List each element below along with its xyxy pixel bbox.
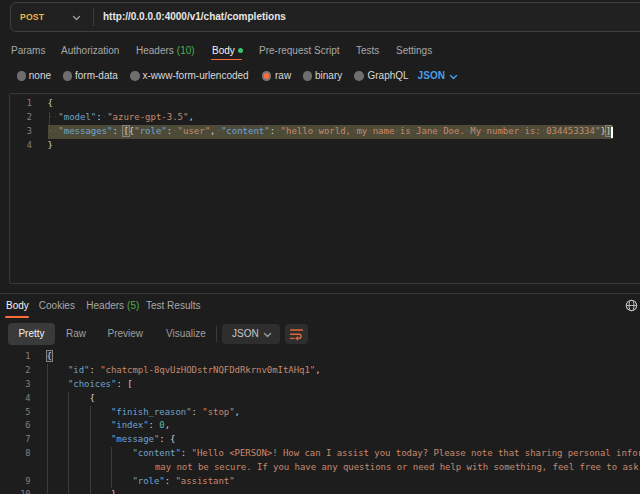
line-number: 3 xyxy=(0,378,31,392)
tab-test-results[interactable]: Test Results xyxy=(146,299,200,313)
view-raw[interactable]: Raw xyxy=(66,323,86,345)
response-language-select[interactable]: JSON xyxy=(222,324,280,344)
line-number: 8 xyxy=(0,447,31,461)
radio-circle-selected xyxy=(262,71,272,81)
tab-cookies[interactable]: Cookies xyxy=(39,299,75,313)
body-type-row: none form-data x-www-form-urlencoded raw… xyxy=(0,64,640,88)
code-line: 7 "message": { xyxy=(0,433,640,447)
chevron-down-icon[interactable] xyxy=(449,74,458,80)
code-line: 2··"model":·"azure-gpt-3.5", xyxy=(10,111,640,125)
code-line: 2 "id": "chatcmpl-8qvUzHODstrNQFDdRkrnv0… xyxy=(0,364,640,378)
tab-authorization[interactable]: Authorization xyxy=(61,44,119,58)
globe-icon[interactable] xyxy=(625,299,638,312)
line-number: 6 xyxy=(0,419,31,433)
radio-circle xyxy=(130,71,140,81)
radio-circle xyxy=(354,71,364,81)
view-visualize[interactable]: Visualize xyxy=(166,323,206,345)
line-number: 3 xyxy=(10,125,32,139)
tab-tests[interactable]: Tests xyxy=(356,44,379,58)
tab-response-headers[interactable]: Headers(5) xyxy=(86,299,139,313)
chevron-down-icon[interactable] xyxy=(72,15,81,21)
chevron-down-icon xyxy=(263,332,272,338)
radio-circle xyxy=(63,71,73,81)
active-tab-underline xyxy=(211,59,242,61)
request-code: 1{2··"model":·"azure-gpt-3.5",3··"messag… xyxy=(10,97,640,152)
view-pretty[interactable]: Pretty xyxy=(8,323,55,345)
view-preview[interactable]: Preview xyxy=(108,323,144,345)
tab-body[interactable]: Body xyxy=(212,44,235,58)
line-number: 2 xyxy=(0,364,31,378)
line-number: 1 xyxy=(0,350,31,364)
tab-params[interactable]: Params xyxy=(11,44,45,58)
text-cursor xyxy=(611,127,613,138)
section-divider[interactable] xyxy=(0,293,640,294)
line-number: 9 xyxy=(0,475,31,489)
code-line: 1{ xyxy=(10,97,640,111)
line-number: 10 xyxy=(0,488,31,494)
line-number: 4 xyxy=(10,139,32,153)
body-modified-dot xyxy=(238,48,243,53)
active-tab-underline xyxy=(5,316,29,318)
code-line: 9 "role": "assistant" xyxy=(0,475,640,489)
response-body-viewer[interactable]: 1{2 "id": "chatcmpl-8qvUzHODstrNQFDdRkrn… xyxy=(0,348,640,494)
tab-settings[interactable]: Settings xyxy=(396,44,432,58)
code-line: 4} xyxy=(10,139,640,153)
headers-count: (10) xyxy=(174,45,195,56)
code-line: 1{ xyxy=(0,350,640,364)
code-line: 6 "index": 0, xyxy=(0,419,640,433)
url-input[interactable]: http://0.0.0.0:4000/v1/chat/completions xyxy=(103,3,286,31)
request-tabs: Params Authorization Headers(10) Body Pr… xyxy=(0,44,640,58)
response-tabs: Body Cookies Headers(5) Test Results xyxy=(0,299,640,313)
radio-circle xyxy=(303,71,313,81)
tab-headers[interactable]: Headers(10) xyxy=(136,44,195,58)
code-line: 4 { xyxy=(0,392,640,406)
url-separator xyxy=(93,8,94,26)
toolbar-separator xyxy=(216,326,217,342)
response-headers-count: (5) xyxy=(124,300,139,311)
code-line: 8 "content": "Hello <PERSON>! How can I … xyxy=(0,447,640,461)
tab-pre-request-script[interactable]: Pre-request Script xyxy=(259,44,340,58)
code-line: 3 "choices": [ xyxy=(0,378,640,392)
line-number: 1 xyxy=(10,97,32,111)
line-number: 2 xyxy=(10,111,32,125)
code-line: 10 } xyxy=(0,488,640,494)
tab-response-body[interactable]: Body xyxy=(6,299,29,313)
line-number: 5 xyxy=(0,406,31,420)
wrap-text-button[interactable] xyxy=(285,324,308,344)
code-line: 3··"messages":·[{"role":·"user",·"conten… xyxy=(10,125,640,139)
line-number: 7 xyxy=(0,433,31,447)
response-view-toolbar: Pretty Raw Preview Visualize JSON xyxy=(0,323,640,345)
wrap-text-icon xyxy=(290,328,303,341)
line-number: 4 xyxy=(0,392,31,406)
code-line: may not be secure. If you have any quest… xyxy=(0,461,640,475)
method-selector[interactable]: POST xyxy=(20,3,44,31)
url-bar: POST http://0.0.0.0:4000/v1/chat/complet… xyxy=(10,2,640,32)
code-line: 5 "finish_reason": "stop", xyxy=(0,406,640,420)
response-code: 1{2 "id": "chatcmpl-8qvUzHODstrNQFDdRkrn… xyxy=(0,350,640,494)
request-body-editor[interactable]: 1{2··"model":·"azure-gpt-3.5",3··"messag… xyxy=(9,93,640,284)
raw-language-select[interactable]: JSON xyxy=(418,64,446,88)
radio-circle xyxy=(17,71,27,81)
